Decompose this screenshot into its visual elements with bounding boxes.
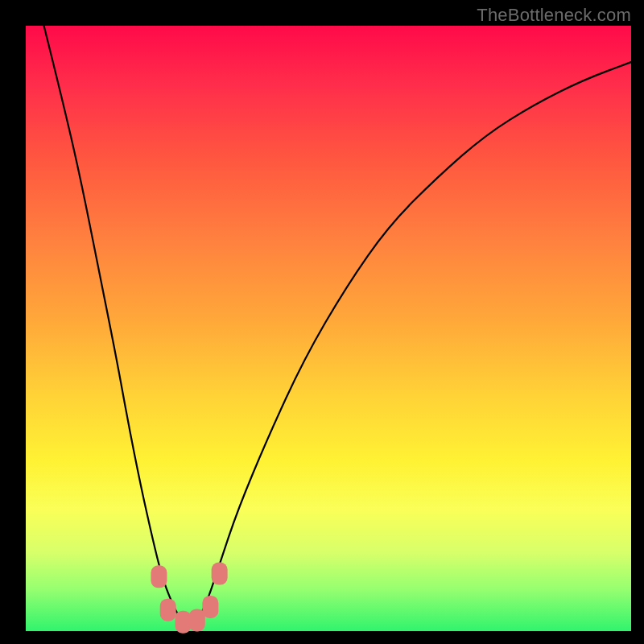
marker-dot <box>151 565 167 588</box>
plot-area <box>26 26 631 631</box>
curve-path <box>44 26 631 624</box>
marker-dot <box>175 611 192 634</box>
marker-dot <box>202 596 218 618</box>
curve-line <box>44 26 631 624</box>
marker-dot <box>160 599 176 621</box>
watermark-label: TheBottleneck.com <box>477 5 631 26</box>
curve-markers <box>151 563 227 634</box>
chart-frame: TheBottleneck.com <box>0 0 644 644</box>
marker-dot <box>212 563 228 585</box>
chart-svg <box>26 26 631 631</box>
